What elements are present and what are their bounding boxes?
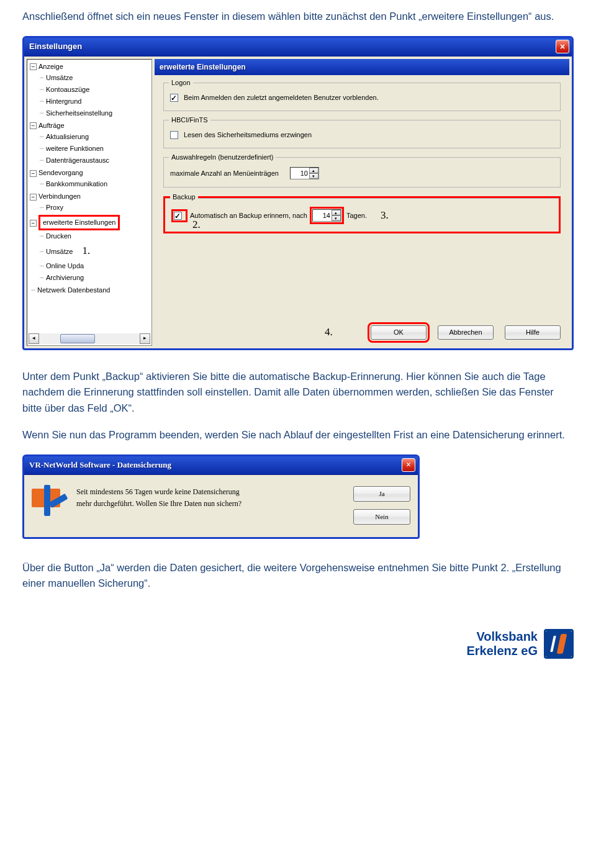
tree-item[interactable]: Online Upda (46, 262, 84, 269)
no-button[interactable]: Nein (353, 509, 410, 525)
expand-icon[interactable]: − (30, 220, 37, 227)
tree-item[interactable]: Netzwerk Datenbestand (37, 286, 110, 294)
tree-scrollbar[interactable]: ◂ ▸ (29, 333, 150, 344)
window-title: Einstellungen (29, 40, 82, 53)
mid-paragraph-1: Unter dem Punkt „Backup“ aktivieren Sie … (22, 369, 574, 417)
group-legend: HBCI/FinTS (169, 115, 210, 125)
checkbox-label: Beim Anmelden den zuletzt angemeldeten B… (184, 93, 379, 103)
tree-item[interactable]: Aufträge (38, 122, 65, 129)
tree-item[interactable]: weitere Funktionen (46, 145, 104, 152)
tree-item[interactable]: Umsätze (46, 74, 73, 81)
checkbox-logon[interactable] (170, 94, 178, 102)
tree-item[interactable]: Umsätze (46, 248, 73, 255)
tree-item[interactable]: Archivierung (46, 274, 84, 281)
checkbox-backup[interactable] (174, 212, 182, 220)
footer-line1: Volksbank (466, 630, 538, 644)
spin-down-icon[interactable]: ▾ (309, 173, 318, 179)
dialog-text: Seit mindestens 56 Tagen wurde keine Dat… (76, 485, 343, 510)
ok-button[interactable]: OK (371, 325, 427, 340)
checkbox-label: Lesen des Sicherheitsmediums erzwingen (184, 130, 312, 140)
tree-item[interactable]: Verbindungen (38, 192, 81, 200)
yes-button[interactable]: Ja (353, 486, 410, 502)
tree-item[interactable]: Proxy (46, 204, 63, 211)
settings-tree[interactable]: −Anzeige ┈Umsätze ┈Kontoauszüge ┈Hinterg… (27, 59, 152, 346)
checkbox-hbci[interactable] (170, 131, 178, 139)
tree-item-erweiterte-selected[interactable]: erweiterte Einstellungen (38, 215, 120, 230)
scroll-thumb[interactable] (60, 334, 95, 343)
expand-icon[interactable]: − (30, 122, 37, 129)
scroll-right-icon[interactable]: ▸ (140, 333, 150, 344)
tree-item[interactable]: Sicherheitseinstellung (46, 109, 112, 117)
tree-item[interactable]: Sendevorgang (38, 169, 83, 176)
tree-item[interactable]: Drucken (46, 232, 71, 240)
tree-item[interactable]: Hintergrund (46, 97, 81, 105)
spin-down-icon[interactable]: ▾ (332, 215, 341, 221)
spin-up-icon[interactable]: ▴ (332, 210, 341, 215)
close-icon[interactable]: × (402, 458, 415, 472)
tree-item[interactable]: Aktualisierung (46, 133, 89, 140)
dialog-titlebar[interactable]: VR-NetWorld Software - Datensicherung × (24, 456, 418, 475)
volksbank-logo-icon (544, 629, 574, 659)
tree-item[interactable]: Datenträgeraustausc (46, 156, 109, 164)
outro-paragraph: Über die Button „Ja“ werden die Daten ge… (22, 560, 574, 592)
scroll-left-icon[interactable]: ◂ (29, 333, 39, 344)
field-label: maximale Anzahl an Menüeinträgen (170, 168, 279, 179)
field-label-suffix: Tagen. (346, 210, 367, 221)
highlight-spin-backup: 14 ▴▾ (310, 207, 344, 224)
spin-value[interactable]: 10 (291, 168, 309, 179)
dialog-line2: mehr durchgeführt. Wollen Sie Ihre Daten… (76, 498, 343, 510)
callout-4: 4. (325, 324, 333, 340)
backup-dialog: VR-NetWorld Software - Datensicherung × … (22, 454, 420, 539)
group-logon: Logon Beim Anmelden den zuletzt angemeld… (163, 83, 561, 111)
close-icon[interactable]: × (556, 40, 569, 53)
tree-item[interactable]: Anzeige (38, 63, 63, 70)
footer-line2: Erkelenz eG (466, 644, 538, 658)
spin-menu-count[interactable]: 10 ▴▾ (290, 167, 319, 179)
tree-item[interactable]: Kontoauszüge (46, 86, 89, 93)
group-legend: Auswahlregeln (benutzerdefiniert) (169, 152, 276, 163)
tree-item[interactable]: Bankkommunikation (46, 180, 107, 188)
group-legend: Backup (170, 192, 198, 202)
panel-header: erweiterte Einstellungen (155, 59, 569, 76)
callout-3: 3. (381, 207, 389, 224)
highlight-checkbox-backup (171, 209, 187, 222)
help-button[interactable]: Hilfe (505, 325, 561, 340)
titlebar[interactable]: Einstellungen × (24, 38, 572, 57)
mid-paragraph-2: Wenn Sie nun das Programm beenden, werde… (22, 427, 574, 443)
group-backup: Backup Automatisch an Backup erinnern, n… (163, 196, 561, 233)
dialog-title: VR-NetWorld Software - Datensicherung (29, 459, 171, 471)
spin-backup-days[interactable]: 14 ▴▾ (312, 209, 341, 222)
settings-window: Einstellungen × −Anzeige ┈Umsätze ┈Konto… (22, 36, 574, 350)
cancel-button[interactable]: Abbrechen (438, 325, 494, 340)
vr-logo-icon (32, 485, 66, 520)
expand-icon[interactable]: − (30, 63, 37, 70)
group-auswahl: Auswahlregeln (benutzerdefiniert) maxima… (163, 157, 561, 188)
callout-2: 2. (192, 217, 201, 233)
callout-1: 1. (82, 245, 90, 256)
expand-icon[interactable]: − (30, 194, 37, 201)
spin-up-icon[interactable]: ▴ (309, 168, 318, 173)
group-legend: Logon (169, 78, 193, 88)
footer: Volksbank Erkelenz eG (22, 629, 574, 659)
checkbox-label: Automatisch an Backup erinnern, nach (190, 210, 307, 221)
expand-icon[interactable]: − (30, 170, 37, 177)
spin-value[interactable]: 14 (313, 210, 332, 221)
group-hbci: HBCI/FinTS Lesen des Sicherheitsmediums … (163, 120, 561, 148)
intro-paragraph: Anschließend öffnet sich ein neues Fenst… (22, 9, 574, 25)
dialog-line1: Seit mindestens 56 Tagen wurde keine Dat… (76, 486, 343, 498)
